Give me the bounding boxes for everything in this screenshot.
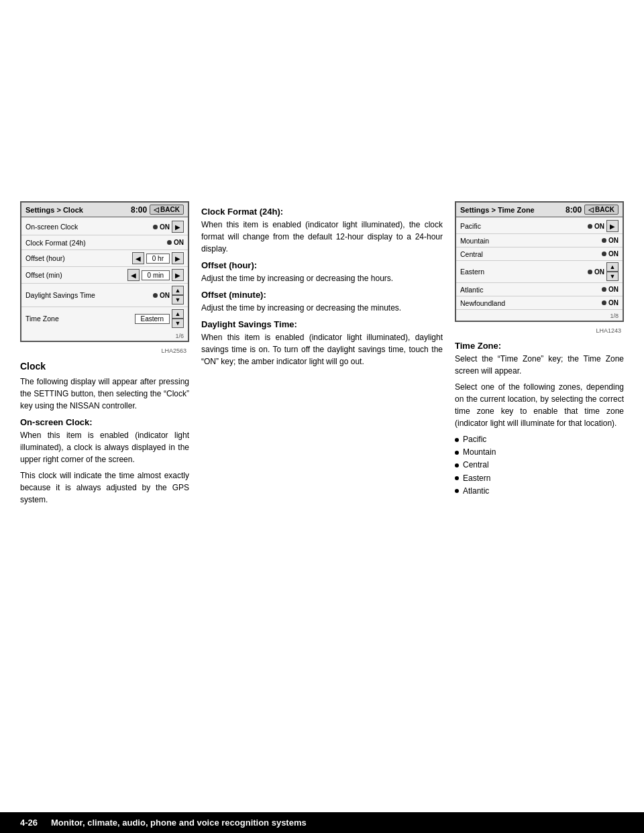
time-zone-row: Time Zone Eastern ▲ ▼: [21, 307, 188, 330]
offset-min-left[interactable]: ◀: [127, 269, 140, 281]
clock-screen-body: On-screen Clock ON ▶ Clock Format (24h) …: [21, 217, 188, 331]
daylight-savings-label: Daylight Savings Time: [25, 291, 153, 299]
list-item-eastern: Eastern: [455, 472, 624, 485]
mountain-dot: [602, 238, 606, 243]
bullet-central: [455, 463, 459, 467]
pacific-row: Pacific ON ▶: [456, 219, 623, 234]
timezone-screen: Settings > Time Zone 8:00 ◁ BACK Pacific: [455, 201, 624, 322]
central-row: Central ON: [456, 247, 623, 261]
timezone-screen-header: Settings > Time Zone 8:00 ◁ BACK: [456, 203, 623, 217]
central-on: ON: [602, 250, 619, 258]
eastern-on-label: ON: [594, 268, 604, 276]
clock-screen: Settings > Clock 8:00 ◁ BACK On-screen C…: [20, 201, 189, 342]
on-screen-clock-on: ON: [160, 223, 170, 231]
daylight-savings-nav: ▲ ▼: [172, 286, 184, 304]
bullet-mountain: [455, 451, 459, 455]
tz-scroll-arrows: ▲ ▼: [606, 262, 619, 281]
offset-hour-right[interactable]: ▶: [172, 252, 184, 264]
offset-hour-controls: ◀ 0 hr ▶: [132, 252, 184, 264]
daylight-savings-body: When this item is enabled (indicator lig…: [201, 331, 443, 368]
on-screen-clock-row: On-screen Clock ON ▶: [21, 219, 188, 235]
clock-format-label: Clock Format (24h): [25, 239, 167, 247]
eastern-row: Eastern ON ▲ ▼: [456, 261, 623, 283]
atlantic-dot: [602, 287, 606, 292]
on-screen-clock-body2: This clock will indicate the time almost…: [20, 469, 189, 506]
offset-min-controls: ◀ 0 min ▶: [127, 269, 184, 281]
newfoundland-on: ON: [602, 299, 619, 307]
clock-intro-text: The following display will appear after …: [20, 376, 189, 412]
newfoundland-dot: [602, 300, 606, 305]
timezone-back-button[interactable]: ◁ BACK: [584, 205, 619, 215]
mountain-label: Mountain: [460, 237, 602, 245]
bullet-pacific: [455, 438, 459, 442]
time-zone-label: Time Zone: [25, 315, 135, 323]
time-zone-up[interactable]: ▲: [172, 309, 184, 319]
timezone-screen-time: 8:00: [566, 205, 582, 215]
clock-format-dot: [167, 240, 172, 245]
timezone-screen-body: Pacific ON ▶ Mountain ON: [456, 217, 623, 311]
left-column: Settings > Clock 8:00 ◁ BACK On-screen C…: [20, 201, 189, 510]
clock-screen-header-right: 8:00 ◁ BACK: [131, 205, 184, 215]
list-item-central: Central: [455, 459, 624, 471]
mountain-row: Mountain ON: [456, 234, 623, 247]
on-screen-clock-body: When this item is enabled (indicator lig…: [20, 429, 189, 465]
list-item-mountain: Mountain: [455, 446, 624, 459]
timezone-screen-page-num: 1/8: [456, 311, 623, 321]
clock-format-body: When this item is enabled (indicator lig…: [201, 219, 443, 255]
offset-hour-body: Adjust the time by increasing or decreas…: [201, 272, 443, 284]
list-eastern-label: Eastern: [463, 472, 490, 485]
central-on-label: ON: [608, 250, 619, 258]
offset-min-label: Offset (min): [25, 271, 127, 279]
atlantic-on-label: ON: [608, 286, 619, 293]
offset-hour-left[interactable]: ◀: [132, 252, 144, 264]
newfoundland-row: Newfoundland ON: [456, 296, 623, 310]
daylight-savings-up[interactable]: ▲: [172, 286, 184, 295]
central-label: Central: [460, 250, 602, 258]
clock-format-subtitle: Clock Format (24h):: [201, 207, 443, 217]
on-screen-clock-dot: [153, 225, 158, 229]
mountain-on-label: ON: [608, 237, 619, 244]
offset-minute-subtitle: Offset (minute):: [201, 290, 443, 300]
time-zone-body1: Select the “Time Zone” key; the Time Zon…: [455, 353, 624, 377]
clock-format-on: ON: [174, 239, 184, 246]
offset-min-row: Offset (min) ◀ 0 min ▶: [21, 267, 188, 284]
time-zone-nav: ▲ ▼: [172, 309, 184, 328]
offset-hour-subtitle: Offset (hour):: [201, 260, 443, 270]
timezone-screen-title: Settings > Time Zone: [460, 206, 535, 214]
clock-screen-page-num: 1/6: [21, 331, 188, 341]
pacific-dot: [588, 224, 592, 229]
on-screen-clock-arrow[interactable]: ▶: [172, 221, 184, 233]
tz-scroll-up[interactable]: ▲: [606, 262, 619, 272]
daylight-savings-value: ON: [153, 292, 170, 299]
list-item-atlantic: Atlantic: [455, 485, 624, 498]
bottom-bar-title: Monitor, climate, audio, phone and voice…: [51, 818, 307, 828]
tz-scroll-down[interactable]: ▼: [606, 272, 619, 281]
time-zone-value: Eastern: [135, 314, 170, 324]
daylight-savings-down[interactable]: ▼: [172, 295, 184, 304]
offset-hour-row: Offset (hour) ◀ 0 hr ▶: [21, 250, 188, 267]
daylight-savings-dot: [153, 293, 158, 298]
atlantic-on: ON: [602, 286, 619, 293]
daylight-savings-row: Daylight Savings Time ON ▲ ▼: [21, 284, 188, 307]
list-atlantic-label: Atlantic: [463, 485, 489, 498]
pacific-arrow[interactable]: ▶: [606, 220, 619, 232]
pacific-on-label: ON: [594, 223, 604, 230]
right-lha-code: LHA1243: [455, 326, 624, 335]
bottom-bar: 4-26 Monitor, climate, audio, phone and …: [0, 812, 644, 833]
offset-hour-value: 0 hr: [146, 254, 170, 264]
on-screen-clock-value: ON: [153, 223, 170, 231]
time-zone-down[interactable]: ▼: [172, 319, 184, 328]
bullet-atlantic: [455, 489, 459, 493]
offset-min-right[interactable]: ▶: [172, 269, 184, 281]
clock-back-button[interactable]: ◁ BACK: [150, 205, 184, 215]
timezone-screen-header-right: 8:00 ◁ BACK: [566, 205, 619, 215]
central-dot: [602, 252, 606, 256]
pacific-on: ON: [588, 223, 604, 230]
pacific-label: Pacific: [460, 222, 588, 230]
right-column: Settings > Time Zone 8:00 ◁ BACK Pacific: [455, 201, 624, 500]
middle-column: Clock Format (24h): When this item is en…: [201, 201, 443, 372]
eastern-label: Eastern: [460, 268, 588, 276]
atlantic-label: Atlantic: [460, 286, 602, 294]
clock-screen-time: 8:00: [131, 205, 147, 215]
mountain-on: ON: [602, 237, 619, 244]
